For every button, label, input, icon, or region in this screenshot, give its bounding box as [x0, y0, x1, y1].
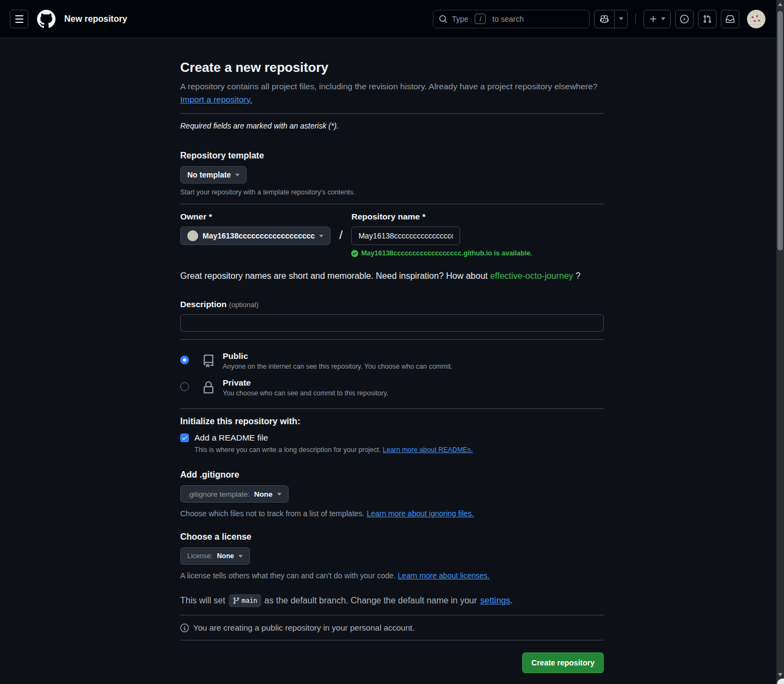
description-section: Description (optional) [180, 300, 604, 332]
license-section: Choose a license License: None A license… [180, 532, 604, 580]
gitignore-section: Add .gitignore .gitignore template: None… [180, 470, 604, 518]
owner-field: Owner * May16138cccccccccccccccccc [180, 212, 330, 245]
license-learn-more-link[interactable]: Learn more about licenses. [398, 571, 490, 580]
gitignore-learn-more-link[interactable]: Learn more about ignoring files. [366, 509, 474, 518]
hamburger-menu-button[interactable] [10, 10, 28, 28]
public-description: Anyone on the internet can see this repo… [223, 363, 452, 370]
default-branch-line: This will set main as the default branch… [180, 594, 604, 607]
settings-link[interactable]: settings [480, 596, 510, 605]
header-left: New repository [10, 10, 127, 28]
repository-template-section: Repository template No template Start yo… [180, 151, 604, 196]
readme-learn-more-link[interactable]: Learn more about READMEs. [383, 446, 473, 454]
gitignore-caption: Choose which files not to track from a l… [180, 509, 604, 518]
header-divider [635, 14, 636, 25]
repository-name-field: Repository name * May16138cccccccccccccc… [351, 212, 532, 257]
readme-checkbox-row[interactable]: Add a README file [180, 433, 604, 443]
owner-select-button[interactable]: May16138cccccccccccccccccc [180, 227, 330, 245]
chevron-down-icon [235, 174, 240, 176]
check-icon [181, 435, 188, 441]
readme-checkbox[interactable] [180, 433, 189, 442]
divider [180, 408, 604, 409]
issue-opened-icon [680, 15, 689, 23]
public-radio[interactable] [180, 356, 189, 364]
inbox-button[interactable] [721, 10, 739, 28]
plus-icon [649, 15, 658, 23]
scrollbar-down-arrow[interactable] [778, 673, 782, 676]
slash-key-hint: / [475, 14, 486, 24]
branch-name: main [242, 597, 258, 604]
owner-avatar [187, 230, 198, 241]
owner-label: Owner * [180, 212, 330, 222]
license-select-button[interactable]: License: None [180, 547, 250, 565]
copilot-icon[interactable] [595, 10, 614, 28]
info-icon [180, 624, 189, 632]
readme-note: This is where you can write a long descr… [194, 446, 604, 454]
scrollbar[interactable] [776, 0, 784, 684]
issues-button[interactable] [675, 10, 694, 28]
description-label: Description (optional) [180, 300, 604, 309]
private-description: You choose who can see and commit to thi… [223, 389, 388, 397]
template-caption: Start your repository with a template re… [180, 188, 604, 196]
import-repository-link[interactable]: Import a repository. [180, 95, 252, 104]
license-section-label: Choose a license [180, 532, 604, 542]
check-circle-icon [351, 250, 358, 257]
gitignore-select-value: None [254, 490, 273, 498]
lock-icon [202, 381, 215, 396]
template-select-button[interactable]: No template [180, 166, 247, 184]
search-input[interactable]: Type / to search [433, 10, 590, 28]
github-logo-icon[interactable] [37, 10, 56, 28]
chevron-down-icon [277, 493, 281, 496]
divider [180, 615, 604, 615]
scrollbar-thumb[interactable] [777, 11, 783, 251]
search-icon [439, 15, 448, 23]
create-new-button[interactable] [644, 10, 671, 28]
gitignore-select-button[interactable]: .gitignore template: None [180, 485, 289, 503]
description-input[interactable] [180, 314, 604, 332]
chevron-down-icon [238, 555, 243, 558]
divider [180, 339, 604, 340]
create-repository-button[interactable]: Create repository [522, 652, 604, 673]
divider [180, 113, 604, 114]
readme-checkbox-label: Add a README file [194, 433, 268, 443]
availability-message: May16138cccccccccccccccccc.github.io is … [351, 249, 532, 257]
template-select-value: No template [187, 170, 231, 179]
scrollbar-up-arrow[interactable] [778, 3, 782, 6]
window-corner [777, 679, 784, 684]
submit-row: Create repository [180, 652, 604, 673]
search-placeholder-suffix: to search [492, 15, 524, 23]
page-title: Create a new repository [180, 60, 604, 75]
repository-name-input[interactable] [351, 227, 460, 245]
branch-badge: main [229, 594, 261, 607]
private-label: Private [223, 378, 388, 388]
visibility-option-public[interactable]: Public Anyone on the internet can see th… [180, 347, 604, 374]
license-select-value: None [217, 552, 234, 560]
private-radio[interactable] [180, 382, 189, 391]
name-inspiration-line: Great repository names are short and mem… [180, 271, 604, 281]
owner-select-value: May16138cccccccccccccccccc [203, 231, 315, 240]
license-caption: A license tells others what they can and… [180, 571, 604, 580]
pull-requests-button[interactable] [698, 10, 716, 28]
suggested-name-link[interactable]: effective-octo-journey [490, 271, 573, 280]
user-avatar[interactable] [747, 10, 765, 28]
template-section-label: Repository template [180, 151, 604, 161]
required-fields-note: Required fields are marked with an aster… [180, 121, 604, 130]
public-label: Public [223, 351, 452, 361]
git-branch-icon [232, 597, 240, 604]
required-asterisk: * [422, 212, 426, 221]
divider [180, 204, 604, 204]
owner-repo-row: Owner * May16138cccccccccccccccccc / Rep… [180, 212, 604, 257]
visibility-option-private[interactable]: Private You choose who can see and commi… [180, 374, 604, 401]
copilot-dropdown-caret[interactable] [614, 10, 627, 28]
visibility-info-row: You are creating a public repository in … [180, 623, 604, 632]
inbox-icon [726, 15, 734, 23]
header-right: Type / to search [433, 10, 765, 28]
search-placeholder-prefix: Type [452, 15, 468, 23]
repository-name-label: Repository name * [351, 212, 532, 222]
owner-repo-separator: / [339, 228, 342, 242]
chevron-down-icon [661, 17, 665, 20]
chevron-down-icon [319, 235, 323, 237]
page-subtitle: A repository contains all project files,… [180, 81, 604, 93]
copilot-button [594, 10, 628, 28]
header-context-title: New repository [64, 14, 127, 24]
required-asterisk: * [209, 212, 212, 221]
